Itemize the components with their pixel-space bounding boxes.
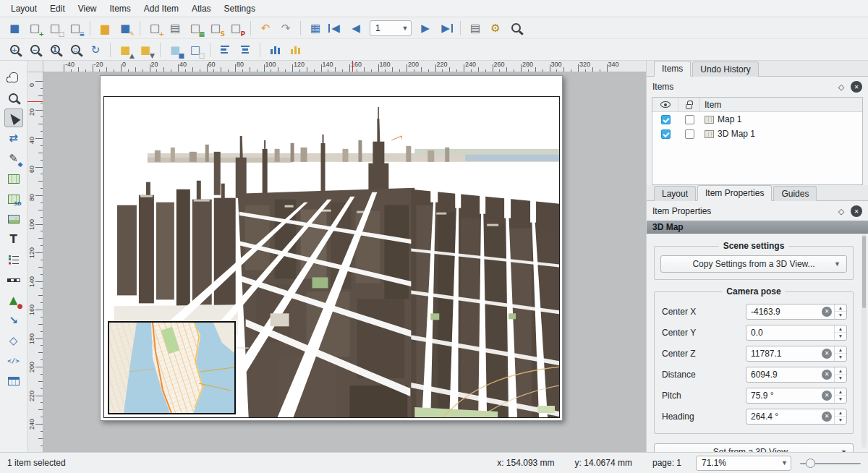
3d-map-item[interactable] — [103, 96, 560, 418]
clear-value-icon[interactable]: ✕ — [822, 412, 832, 422]
atlas-previous-feature-button[interactable]: ◀ — [346, 19, 365, 38]
tab-mid-guides[interactable]: Guides — [773, 186, 817, 201]
tab-mid-item-properties[interactable]: Item Properties — [697, 185, 772, 201]
add-attribute-table-tool[interactable] — [4, 372, 23, 391]
export-image-button[interactable]: □▦ — [186, 19, 205, 38]
map-item[interactable] — [108, 321, 236, 414]
panel-scrollbar[interactable] — [861, 234, 867, 448]
distribute-items-button[interactable] — [265, 41, 284, 59]
center-y-spinbox[interactable]: 0.0▲▼ — [746, 325, 847, 341]
menu-items[interactable]: Items — [103, 1, 137, 16]
spin-down-icon[interactable]: ▼ — [835, 375, 846, 382]
items-tree-row[interactable]: 3D Map 1 — [652, 127, 862, 141]
pan-layout-tool[interactable] — [4, 68, 23, 87]
menu-edit[interactable]: Edit — [43, 1, 72, 16]
export-pdf-button[interactable]: □P — [226, 19, 245, 38]
spin-up-icon[interactable]: ▲ — [835, 367, 846, 375]
layout-manager-button[interactable]: □≡ — [66, 19, 85, 38]
set-from-view-button[interactable]: Set from a 3D View... ▼ — [654, 443, 854, 452]
spinbox-value[interactable]: -4163.9 — [746, 307, 822, 317]
zoom-actual-button[interactable]: 1 — [46, 41, 64, 59]
menu-atlas[interactable]: Atlas — [185, 1, 218, 16]
export-svg-button[interactable]: □S — [206, 19, 225, 38]
spinbox-value[interactable]: 6094.9 — [746, 370, 822, 380]
layout-page[interactable] — [100, 75, 563, 421]
items-tree-row[interactable]: Map 1 — [652, 112, 862, 127]
spin-up-icon[interactable]: ▲ — [835, 409, 846, 417]
scrollbar-thumb[interactable] — [862, 236, 866, 308]
close-panel-icon[interactable]: ✕ — [851, 81, 862, 93]
tab-top-items[interactable]: Items — [654, 61, 691, 77]
open-folder-button[interactable]: ▆ — [95, 19, 114, 38]
spin-down-icon[interactable]: ▼ — [835, 396, 846, 403]
zoom-slider[interactable] — [800, 456, 861, 471]
menu-layout[interactable]: Layout — [4, 1, 43, 16]
pitch-spinbox[interactable]: 75.9 °✕▲▼ — [746, 388, 847, 404]
move-item-content-tool[interactable]: ⇄ — [4, 129, 23, 148]
save-as-template-button[interactable]: ■✎ — [116, 19, 135, 38]
lock-checkbox[interactable] — [685, 115, 694, 124]
add-picture-tool[interactable] — [4, 210, 23, 229]
atlas-feature-combo[interactable]: 1▼ — [370, 20, 412, 36]
spinbox-value[interactable]: 11787.1 — [746, 349, 822, 359]
menu-add-item[interactable]: Add Item — [137, 1, 185, 16]
menu-view[interactable]: View — [72, 1, 103, 16]
float-panel-icon[interactable]: ◇ — [835, 81, 847, 93]
visibility-checkbox[interactable] — [661, 115, 671, 124]
close-panel-icon[interactable]: ✕ — [851, 205, 862, 217]
save-project-button[interactable]: ■ — [5, 19, 24, 38]
zoom-tool[interactable] — [4, 88, 23, 107]
zoom-slider-handle[interactable] — [806, 459, 815, 468]
spin-up-icon[interactable]: ▲ — [835, 304, 846, 312]
zoom-to-atlas-button[interactable] — [506, 19, 525, 38]
heading-spinbox[interactable]: 264.4 °✕▲▼ — [746, 409, 847, 425]
zoom-full-button[interactable]: ▫ — [66, 41, 85, 59]
redo-button[interactable]: ↷ — [276, 19, 295, 38]
spin-up-icon[interactable]: ▲ — [835, 325, 846, 333]
resize-items-button[interactable] — [286, 41, 305, 59]
spin-down-icon[interactable]: ▼ — [835, 333, 846, 340]
clear-value-icon[interactable]: ✕ — [822, 391, 832, 401]
lock-checkbox[interactable] — [685, 129, 694, 139]
clear-value-icon[interactable]: ✕ — [822, 370, 832, 380]
atlas-settings-button[interactable]: ⚙ — [486, 19, 505, 38]
spin-down-icon[interactable]: ▼ — [835, 312, 846, 319]
undo-button[interactable]: ↶ — [256, 19, 275, 38]
add-html-tool[interactable]: </> — [4, 351, 23, 370]
add-legend-tool[interactable] — [4, 250, 23, 269]
clear-value-icon[interactable]: ✕ — [822, 307, 832, 317]
lower-items-button[interactable]: ■▼ — [136, 41, 155, 59]
zoom-level-combo[interactable]: 71.1% ▼ — [696, 456, 791, 471]
add-3d-map-tool[interactable] — [4, 189, 23, 208]
spin-down-icon[interactable]: ▼ — [835, 417, 846, 424]
zoom-in-button[interactable]: + — [5, 41, 24, 59]
duplicate-layout-button[interactable]: □□ — [46, 19, 64, 38]
spin-up-icon[interactable]: ▲ — [835, 346, 846, 354]
print-atlas-button[interactable]: ▤ — [466, 19, 485, 38]
menu-settings[interactable]: Settings — [218, 1, 262, 16]
float-panel-icon[interactable]: ◇ — [835, 205, 847, 217]
refresh-view-button[interactable]: ↻ — [86, 41, 105, 59]
add-map-tool[interactable] — [4, 169, 23, 188]
atlas-preview-button[interactable]: ▦ — [306, 19, 325, 38]
zoom-out-button[interactable]: − — [25, 41, 44, 59]
align-center-button[interactable] — [236, 41, 255, 59]
center-z-spinbox[interactable]: 11787.1✕▲▼ — [746, 346, 847, 362]
spin-up-icon[interactable]: ▲ — [835, 388, 846, 396]
add-shape-tool[interactable]: ▲● — [4, 291, 23, 310]
add-arrow-tool[interactable]: ↘ — [4, 311, 23, 330]
atlas-last-feature-button[interactable]: ▶ — [436, 19, 455, 38]
ungroup-items-button[interactable]: □□ — [186, 41, 205, 59]
select-move-item-tool[interactable] — [4, 108, 23, 127]
layout-canvas[interactable] — [43, 72, 646, 452]
group-items-button[interactable]: ■■ — [166, 41, 184, 59]
chevron-down-icon[interactable]: ▼ — [399, 25, 411, 32]
spinbox-value[interactable]: 264.4 ° — [746, 412, 822, 422]
tab-mid-layout[interactable]: Layout — [654, 186, 696, 201]
print-button[interactable]: ▤ — [166, 19, 184, 38]
raise-items-button[interactable]: ■▲ — [116, 41, 135, 59]
copy-settings-button[interactable]: Copy Settings from a 3D View... ▼ — [660, 255, 847, 273]
spinbox-value[interactable]: 75.9 ° — [746, 391, 822, 401]
visibility-checkbox[interactable] — [661, 129, 671, 139]
atlas-next-feature-button[interactable]: ▶ — [416, 19, 435, 38]
